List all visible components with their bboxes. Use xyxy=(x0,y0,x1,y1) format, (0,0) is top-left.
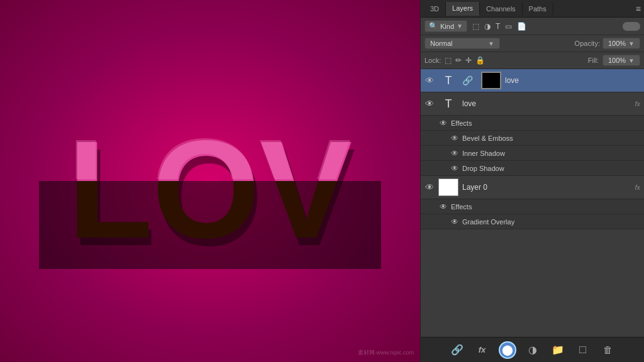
effect-name-gradient-overlay: Gradient Overlay xyxy=(462,218,514,226)
fill-value-text: 100% xyxy=(608,57,626,64)
canvas-area: LOV LOV LOV LOV LOV 素材网·www.nipic.com xyxy=(0,0,420,362)
kind-toolbar-row: 🔍 Kind ▼ ⬚ ◑ T ▭ 📄 xyxy=(421,18,644,35)
effect-inner-shadow[interactable]: 👁 Inner Shadow xyxy=(421,146,644,161)
eye-visibility-love-icon[interactable]: 👁 xyxy=(425,99,435,109)
add-adjustment-button[interactable]: ◑ xyxy=(524,341,541,359)
text-filter-icon[interactable]: T xyxy=(496,22,500,31)
lock-move-icon[interactable]: ✛ xyxy=(465,56,472,65)
smart-filter-icon[interactable]: 📄 xyxy=(517,22,526,31)
lov-svg: LOV LOV LOV LOV LOV xyxy=(21,93,399,269)
lock-icons-group: ⬚ ✏ ✛ 🔒 xyxy=(445,56,485,65)
panel-menu-button[interactable]: ≡ xyxy=(636,4,641,14)
inner-shadow-eye-icon[interactable]: 👁 xyxy=(451,149,458,158)
lock-label: Lock: xyxy=(425,57,441,64)
effects-group-love: 👁 Effects 👁 Bevel & Emboss 👁 Inner Shado… xyxy=(421,116,644,176)
effect-gradient-overlay[interactable]: 👁 Gradient Overlay xyxy=(421,214,644,229)
circle-filter-icon[interactable]: ◑ xyxy=(484,22,491,31)
lov-text-container: LOV LOV LOV LOV LOV xyxy=(21,93,399,269)
layer-type-icon-text: T xyxy=(438,72,458,89)
filter-icons-group: ⬚ ◑ T ▭ 📄 xyxy=(472,22,526,31)
new-layer-button[interactable]: □ xyxy=(574,341,592,359)
effect-drop-shadow[interactable]: 👁 Drop Shadow xyxy=(421,161,644,176)
blend-opacity-row: Normal ▼ Opacity: 100% ▼ xyxy=(421,35,644,52)
opacity-label: Opacity: xyxy=(575,40,600,47)
effects-eye-icon[interactable]: 👁 xyxy=(440,119,447,128)
fill-chevron-icon: ▼ xyxy=(628,57,635,64)
effect-bevel-emboss[interactable]: 👁 Bevel & Emboss xyxy=(421,131,644,146)
drop-shadow-eye-icon[interactable]: 👁 xyxy=(451,164,458,173)
shape-filter-icon[interactable]: ▭ xyxy=(505,22,512,31)
effect-name-inner-shadow: Inner Shadow xyxy=(462,150,505,157)
effect-name-drop-shadow: Drop Shadow xyxy=(462,165,504,172)
delete-layer-button[interactable]: 🗑 xyxy=(599,341,617,359)
filter-toggle[interactable] xyxy=(623,22,640,31)
effects-label: Effects xyxy=(451,119,472,127)
kind-select[interactable]: 🔍 Kind ▼ xyxy=(425,20,467,32)
layer-name-layer0: Layer 0 xyxy=(462,183,631,192)
pixel-filter-icon[interactable]: ⬚ xyxy=(472,22,479,31)
new-group-button[interactable]: 📁 xyxy=(549,341,567,359)
kind-label: Kind xyxy=(440,23,454,30)
layer-type-text-icon: T xyxy=(438,95,458,112)
watermark: 素材网·www.nipic.com xyxy=(358,349,414,357)
layers-list: 👁 T 🔗 love 👁 T love fx 👁 Effects 👁 Bevel… xyxy=(421,69,644,337)
opacity-input[interactable]: 100% ▼ xyxy=(602,38,640,49)
layer-link-icon: 🔗 xyxy=(457,72,477,89)
eye-visibility-layer0-icon[interactable]: 👁 xyxy=(425,182,435,192)
add-layer-mask-button[interactable]: ⬤ xyxy=(499,341,516,359)
link-layers-button[interactable]: 🔗 xyxy=(448,341,466,359)
tab-3d[interactable]: 3D xyxy=(424,3,446,15)
layer-name-love: love xyxy=(462,99,631,108)
tab-paths[interactable]: Paths xyxy=(523,3,553,15)
layer-love[interactable]: 👁 T love fx xyxy=(421,92,644,116)
effects-header-layer0: 👁 Effects xyxy=(421,199,644,214)
gradient-overlay-eye-icon[interactable]: 👁 xyxy=(451,217,458,226)
effects-layer0-label: Effects xyxy=(451,203,472,211)
blend-mode-select[interactable]: Normal ▼ xyxy=(425,38,500,49)
effect-name-bevel-emboss: Bevel & Emboss xyxy=(462,134,513,142)
lock-paint-icon[interactable]: ✏ xyxy=(455,56,462,65)
layer-thumbnail-love-selected xyxy=(481,72,501,89)
layer-fx-badge-layer0: fx xyxy=(635,184,640,191)
layer-name-love-selected: love xyxy=(505,76,640,85)
opacity-chevron-icon: ▼ xyxy=(628,40,635,47)
layer-love-selected[interactable]: 👁 T 🔗 love xyxy=(421,69,644,92)
opacity-value-text: 100% xyxy=(608,40,626,47)
blend-mode-chevron-icon: ▼ xyxy=(488,40,494,47)
fill-input[interactable]: 100% ▼ xyxy=(602,55,640,66)
layers-panel: 3D Layers Channels Paths ≡ 🔍 Kind ▼ ⬚ ◑ … xyxy=(420,0,644,362)
add-fx-button[interactable]: fx xyxy=(474,341,491,359)
lock-all-icon[interactable]: 🔒 xyxy=(475,56,485,65)
effects-group-layer0: 👁 Effects 👁 Gradient Overlay xyxy=(421,199,644,229)
panel-tabs: 3D Layers Channels Paths ≡ xyxy=(421,0,644,18)
fill-label: Fill: xyxy=(588,57,599,64)
blend-mode-value: Normal xyxy=(430,40,452,47)
bottom-toolbar: 🔗 fx ⬤ ◑ 📁 □ 🗑 xyxy=(421,337,644,362)
layer-fx-badge-love: fx xyxy=(635,100,640,107)
layers-empty-space xyxy=(421,229,644,280)
tab-channels[interactable]: Channels xyxy=(480,3,522,15)
bevel-emboss-eye-icon[interactable]: 👁 xyxy=(451,134,458,143)
kind-chevron-icon: ▼ xyxy=(457,23,463,30)
search-icon: 🔍 xyxy=(429,22,438,30)
tab-layers[interactable]: Layers xyxy=(446,2,480,16)
effects-layer0-eye-icon[interactable]: 👁 xyxy=(440,202,447,211)
layer-thumbnail-layer0 xyxy=(438,178,458,196)
lock-fill-row: Lock: ⬚ ✏ ✛ 🔒 Fill: 100% ▼ xyxy=(421,52,644,69)
eye-visibility-icon[interactable]: 👁 xyxy=(425,75,435,85)
lock-pixels-icon[interactable]: ⬚ xyxy=(445,56,452,65)
layer-layer0[interactable]: 👁 Layer 0 fx xyxy=(421,176,644,199)
effects-header-love: 👁 Effects xyxy=(421,116,644,131)
